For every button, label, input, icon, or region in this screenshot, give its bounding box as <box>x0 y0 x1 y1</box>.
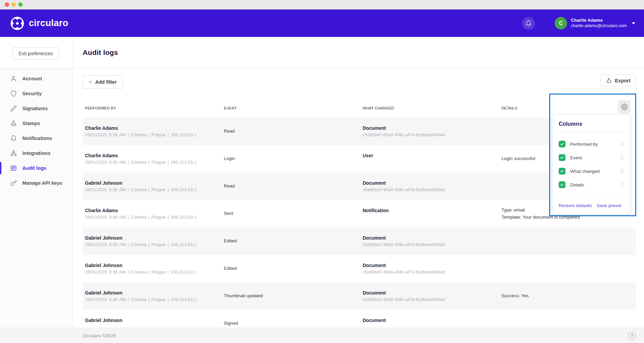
performed-by-meta: 28/01/2025 8:38 AM | Czechia | Prague | … <box>85 187 221 192</box>
performed-by-name: Gabriel Johnson <box>85 318 221 323</box>
sidebar-item-label: Integrations <box>22 150 50 156</box>
column-option-label: Event <box>570 155 582 160</box>
what-changed-id <box>363 215 499 220</box>
help-button[interactable]: ? <box>628 332 636 340</box>
sidebar-item-manage-api-keys[interactable]: Manage API keys <box>0 176 72 190</box>
what-changed-id: c5a65bd7-80a0-406c-af7d-9cdbdee084eb <box>363 269 499 275</box>
performed-by-meta: 28/01/2025 8:39 AM | Czechia | Prague | … <box>85 160 221 165</box>
export-button[interactable]: Export <box>601 75 636 86</box>
shield-icon <box>10 90 17 97</box>
app-header: circularo C Charlie Adams charlie.adams@… <box>0 9 644 37</box>
plus-icon: + <box>89 79 92 85</box>
stamp-icon <box>10 120 17 127</box>
sidebar-item-account[interactable]: Account <box>0 71 72 86</box>
user-icon <box>10 75 17 82</box>
sidebar-item-label: Stamps <box>22 121 40 126</box>
sidebar-item-label: Notifications <box>22 136 52 141</box>
columns-card: Columns Performed by Event <box>552 114 630 214</box>
sidebar-item-label: Security <box>22 91 42 96</box>
user-email: charlie.adams@circularo.com <box>571 23 627 29</box>
table-row: Gabriel Johnson 28/01/2025 8:38 AM | Cze… <box>83 227 636 255</box>
event-cell: Thumbnail updated <box>221 282 360 310</box>
checkbox-checked-icon[interactable] <box>559 141 565 147</box>
details-cell <box>499 255 636 282</box>
performed-by-meta: 28/01/2025 8:39 AM | Czechia | Prague | … <box>85 132 221 137</box>
what-changed-id: c5a65bd7-80a0-406c-af7d-9cdbdee084eb <box>363 242 499 247</box>
details-cell <box>499 227 636 255</box>
performed-by-name: Charlie Adams <box>85 125 221 131</box>
save-preset-link[interactable]: Save preset <box>597 203 621 208</box>
performed-by-meta: 28/01/2025 8:38 AM | Czechia | Prague | … <box>85 269 221 275</box>
close-window-button[interactable] <box>5 2 9 7</box>
maximize-window-button[interactable] <box>18 2 23 7</box>
event-cell: Sent <box>221 200 360 227</box>
column-settings-button[interactable] <box>618 100 631 113</box>
checkbox-checked-icon[interactable] <box>559 168 565 175</box>
page-header: Audit logs <box>72 37 644 68</box>
column-option-row: Details <box>553 178 630 191</box>
columns-title: Columns <box>553 115 630 133</box>
table-row: Gabriel Johnson 28/01/2025 8:38 AM | Cze… <box>83 255 636 282</box>
column-option-row: What changed <box>553 164 630 178</box>
brand-name: circularo <box>29 18 68 28</box>
bell-icon <box>10 135 17 142</box>
performed-by-meta: 28/01/2025 8:38 AM | Czechia | Prague | … <box>85 242 221 247</box>
performed-by-name: Gabriel Johnson <box>85 180 221 186</box>
performed-by-meta: 28/01/2025 8:38 AM | Czechia | Prague | … <box>85 297 221 302</box>
drag-handle-icon[interactable] <box>620 155 624 160</box>
performed-by-meta: 28/01/2025 8:38 AM | Czechia | Prague | … <box>85 215 221 220</box>
column-option-label: Performed by <box>570 142 598 147</box>
columns-footer: Restore defaults Save preset <box>553 197 630 214</box>
brand-logo[interactable]: circularo <box>10 16 68 31</box>
column-option-row: Event <box>553 151 630 164</box>
minimize-window-button[interactable] <box>12 2 16 7</box>
event-cell: Read <box>221 173 360 200</box>
sidebar-top: Exit preferences <box>0 37 72 68</box>
column-header-what-changed: WHAT CHANGED <box>360 106 499 110</box>
exit-preferences-button[interactable]: Exit preferences <box>13 47 59 60</box>
event-cell: Login <box>221 145 360 173</box>
sidebar-item-integrations[interactable]: Integrations <box>0 146 72 161</box>
list-icon <box>10 165 17 172</box>
chevron-down-icon[interactable] <box>632 22 635 24</box>
sidebar-item-notifications[interactable]: Notifications <box>0 131 72 146</box>
event-cell: Edited <box>221 227 360 255</box>
restore-defaults-link[interactable]: Restore defaults <box>559 203 592 208</box>
drag-handle-icon[interactable] <box>620 168 624 174</box>
sidebar-item-label: Manage API keys <box>22 180 62 186</box>
table-row: Gabriel Johnson 28/01/2025 8:38 AM | Cze… <box>83 282 636 310</box>
columns-options-list: Performed by Event What changed <box>553 133 630 191</box>
sidebar-item-label: Signatures <box>22 106 48 111</box>
add-filter-button[interactable]: + Add filter <box>83 75 123 89</box>
performed-by-name: Gabriel Johnson <box>85 290 221 296</box>
sidebar-item-signatures[interactable]: Signatures <box>0 101 72 116</box>
checkbox-checked-icon[interactable] <box>559 181 565 188</box>
event-cell: Edited <box>221 255 360 282</box>
what-changed-type: Document <box>363 180 499 186</box>
sidebar-item-stamps[interactable]: Stamps <box>0 116 72 131</box>
sidebar-menu: Account Security Signatures Stamps <box>0 68 72 190</box>
notifications-button[interactable] <box>522 17 535 30</box>
drag-handle-icon[interactable] <box>620 182 624 187</box>
details-line: Success: Yes <box>501 292 636 299</box>
sidebar: Exit preferences Account Security Signat… <box>0 37 72 328</box>
columns-popup: Columns Performed by Event <box>549 94 636 216</box>
column-header-performed-by: PERFORMED BY <box>83 106 221 110</box>
checkbox-checked-icon[interactable] <box>559 154 565 161</box>
avatar[interactable]: C <box>555 17 567 29</box>
add-filter-label: Add filter <box>95 79 117 85</box>
what-changed-id: c5a65bd7-80a0-406c-af7d-9cdbdee084eb <box>363 187 499 192</box>
window-titlebar <box>0 0 644 9</box>
key-icon <box>10 180 17 186</box>
performed-by-name: Gabriel Johnson <box>85 263 221 268</box>
sidebar-item-audit-logs[interactable]: Audit logs <box>0 161 72 176</box>
column-header-event: EVENT <box>221 106 360 110</box>
export-label: Export <box>615 78 630 83</box>
column-option-row: Performed by <box>553 137 630 151</box>
sitemap-icon <box>10 150 17 157</box>
sidebar-item-security[interactable]: Security <box>0 86 72 101</box>
user-menu[interactable]: Charlie Adams charlie.adams@circularo.co… <box>571 18 627 29</box>
event-cell: Read <box>221 118 360 145</box>
drag-handle-icon[interactable] <box>620 141 624 147</box>
user-name: Charlie Adams <box>571 18 627 23</box>
